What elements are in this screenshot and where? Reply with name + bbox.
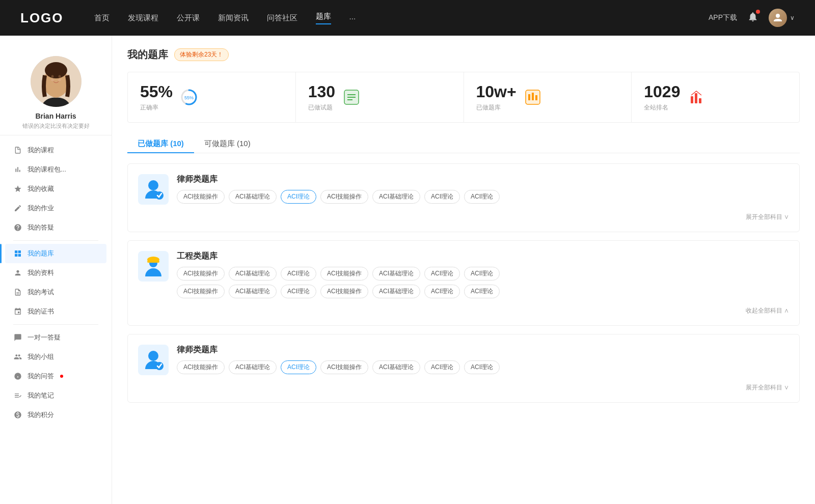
tag-1-2[interactable]: ACI理论: [281, 190, 316, 204]
expand-link-2[interactable]: 收起全部科目 ∧: [138, 306, 789, 315]
sidebar-label-exam: 我的考试: [28, 288, 54, 297]
chart-icon: [13, 165, 22, 174]
svg-rect-25: [699, 98, 701, 103]
nav-home[interactable]: 首页: [94, 13, 110, 23]
tag-2b-4[interactable]: ACI基础理论: [372, 285, 420, 298]
expand-link-3[interactable]: 展开全部科目 ∨: [138, 383, 789, 392]
chat-icon: [13, 333, 22, 342]
page-header: 我的题库 体验剩余23天！: [127, 48, 800, 62]
sidebar-item-answer[interactable]: 我的答疑: [5, 218, 106, 237]
svg-rect-24: [695, 93, 697, 103]
tag-2b-2[interactable]: ACI理论: [281, 285, 316, 298]
rank-icon: [687, 88, 705, 106]
sidebar-label-profile: 我的资料: [28, 268, 54, 277]
tag-2b-6[interactable]: ACI理论: [464, 285, 500, 298]
tag-1-0[interactable]: ACI技能操作: [177, 190, 225, 204]
sidebar-item-tutor[interactable]: 一对一答疑: [5, 328, 106, 347]
file-icon: [13, 146, 22, 155]
sidebar-divider-2: [13, 324, 98, 325]
tag-2b-0[interactable]: ACI技能操作: [177, 285, 225, 298]
tag-1-6[interactable]: ACI理论: [464, 190, 500, 204]
user-avatar-menu[interactable]: ∨: [769, 9, 795, 27]
sidebar-item-group[interactable]: 我的小组: [5, 347, 106, 367]
stat-done-banks: 10w+ 已做题库: [464, 72, 632, 122]
chevron-down-icon: ∨: [790, 14, 795, 21]
tag-2-1[interactable]: ACI基础理论: [229, 267, 277, 281]
sidebar-menu: 我的课程 我的课程包... 我的收藏 我的作业: [0, 141, 112, 425]
tag-1-1[interactable]: ACI基础理论: [229, 190, 277, 204]
nav-open-course[interactable]: 公开课: [177, 13, 200, 23]
tags-row-1: ACI技能操作 ACI基础理论 ACI理论 ACI技能操作 ACI基础理论 AC…: [177, 190, 789, 204]
tag-3-6[interactable]: ACI理论: [464, 360, 500, 374]
tag-2-5[interactable]: ACI理论: [424, 267, 460, 281]
tag-3-3[interactable]: ACI技能操作: [320, 360, 368, 374]
expand-link-1[interactable]: 展开全部科目 ∨: [138, 213, 789, 221]
qbank-title-3: 律师类题库: [177, 345, 789, 355]
tag-2-3[interactable]: ACI技能操作: [320, 267, 368, 281]
nav-question-bank[interactable]: 题库: [316, 12, 331, 24]
sidebar-item-points[interactable]: 我的积分: [5, 405, 106, 425]
question-icon: [13, 223, 22, 232]
tag-3-2[interactable]: ACI理论: [281, 360, 316, 374]
tag-2-4[interactable]: ACI基础理论: [372, 267, 420, 281]
sidebar-item-exam[interactable]: 我的考试: [5, 283, 106, 302]
tag-2b-1[interactable]: ACI基础理论: [229, 285, 277, 298]
qbank-info-3: 律师类题库 ACI技能操作 ACI基础理论 ACI理论 ACI技能操作 ACI基…: [177, 345, 789, 374]
stat-accuracy-value: 55%: [140, 82, 173, 101]
stat-rank: 1029 全站排名: [632, 72, 799, 122]
qbank-header-3: 律师类题库 ACI技能操作 ACI基础理论 ACI理论 ACI技能操作 ACI基…: [138, 345, 789, 375]
tag-1-4[interactable]: ACI基础理论: [372, 190, 420, 204]
stat-accuracy-info: 55% 正确率: [140, 82, 173, 112]
tag-2b-3[interactable]: ACI技能操作: [320, 285, 368, 298]
avatar: [31, 56, 82, 107]
tag-2-0[interactable]: ACI技能操作: [177, 267, 225, 281]
coin-icon: [13, 410, 22, 419]
tag-3-1[interactable]: ACI基础理论: [229, 360, 277, 374]
myqa-notification-dot: [60, 375, 63, 378]
sidebar-item-course-pack[interactable]: 我的课程包...: [5, 160, 106, 179]
tab-done-banks[interactable]: 已做题库 (10): [127, 135, 194, 153]
stat-accuracy: 55% 正确率 55%: [128, 72, 296, 122]
person-icon: [13, 268, 22, 277]
tag-3-0[interactable]: ACI技能操作: [177, 360, 225, 374]
main-content: 我的题库 体验剩余23天！ 55% 正确率 55%: [112, 36, 815, 504]
svg-rect-30: [147, 261, 159, 263]
app-download-link[interactable]: APP下载: [709, 13, 737, 22]
sidebar-item-homework[interactable]: 我的作业: [5, 199, 106, 218]
list-icon: [342, 88, 361, 106]
tag-2b-5[interactable]: ACI理论: [424, 285, 460, 298]
sidebar-item-cert[interactable]: 我的证书: [5, 302, 106, 321]
tag-1-3[interactable]: ACI技能操作: [320, 190, 368, 204]
tag-2-2[interactable]: ACI理论: [281, 267, 316, 281]
sidebar-item-myqa[interactable]: 我的问答: [5, 367, 106, 386]
logo: LOGO: [20, 10, 64, 26]
tag-3-5[interactable]: ACI理论: [424, 360, 460, 374]
nav-discover[interactable]: 发现课程: [128, 13, 158, 23]
profile-name: Brian Harris: [35, 112, 76, 120]
qbank-info-1: 律师类题库 ACI技能操作 ACI基础理论 ACI理论 ACI技能操作 ACI基…: [177, 174, 789, 204]
tab-available-banks[interactable]: 可做题库 (10): [194, 135, 261, 153]
nav-news[interactable]: 新闻资讯: [218, 13, 249, 23]
sidebar-label-tutor: 一对一答疑: [28, 333, 61, 342]
sidebar-item-favorites[interactable]: 我的收藏: [5, 179, 106, 199]
sidebar-label-qbank: 我的题库: [28, 249, 54, 258]
tag-1-5[interactable]: ACI理论: [424, 190, 460, 204]
qbank-title-1: 律师类题库: [177, 174, 789, 185]
svg-rect-22: [535, 95, 537, 100]
svg-text:55%: 55%: [184, 95, 194, 100]
header-right: APP下载 ∨: [709, 9, 795, 27]
tag-3-4[interactable]: ACI基础理论: [372, 360, 420, 374]
nav-more[interactable]: ···: [349, 14, 356, 22]
sidebar-item-qbank[interactable]: 我的题库: [5, 244, 106, 263]
sidebar-item-notes[interactable]: 我的笔记: [5, 386, 106, 405]
sidebar-label-homework: 我的作业: [28, 204, 54, 213]
notification-bell[interactable]: [747, 11, 758, 24]
nav-qa[interactable]: 问答社区: [267, 13, 297, 23]
sidebar-item-profile[interactable]: 我的资料: [5, 263, 106, 283]
tag-2-6[interactable]: ACI理论: [464, 267, 500, 281]
profile-section: Brian Harris 错误的决定比没有决定要好: [0, 46, 112, 135]
sidebar-item-course[interactable]: 我的课程: [5, 141, 106, 160]
grid-icon: [13, 249, 22, 258]
stat-done-value: 130: [308, 82, 335, 101]
tabs: 已做题库 (10) 可做题库 (10): [127, 135, 800, 153]
